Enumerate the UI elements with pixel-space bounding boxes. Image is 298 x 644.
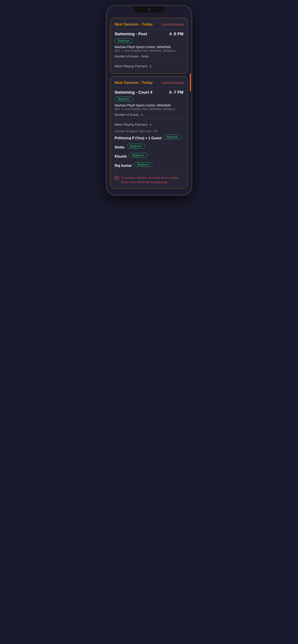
players-count: Number of players right now - 5/6 bbox=[115, 130, 183, 133]
card2-sport-title: Swimming - Court 4 bbox=[115, 90, 152, 95]
card2-meet-partners-label: Meet Playing Partners bbox=[115, 122, 148, 126]
card1-guest-info: Number of Guest - None bbox=[115, 54, 183, 58]
session-card-2: Next Session - Today Cancel Booking Swim… bbox=[110, 76, 188, 188]
info-icon: i bbox=[115, 176, 119, 180]
card2-header: Next Session - Today Cancel Booking bbox=[115, 80, 183, 85]
card1-cancel-booking[interactable]: Cancel Booking bbox=[162, 22, 183, 26]
phone-camera bbox=[148, 8, 150, 10]
card1-badge: Beginner bbox=[115, 38, 133, 43]
player-row-0: Prithiviraj P (You) + 1 Guest Beginner bbox=[115, 134, 183, 142]
card1-venue-name: Machaxi Play9 Sports Centre, Whitefield bbox=[115, 45, 183, 49]
card1-info-row: Swimming - Pool 4 -5 PM bbox=[115, 32, 183, 36]
card1-sport-title: Swimming - Pool bbox=[115, 32, 147, 36]
player-name-3: Raj kumar bbox=[115, 164, 132, 168]
card1-time: 4 -5 PM bbox=[169, 32, 183, 36]
cancel-notice-text: To cancel a session, you must do so at l… bbox=[121, 176, 183, 184]
card2-meet-partners-row[interactable]: Meet Playing Partners ∧ bbox=[115, 121, 183, 128]
player-name-0: Prithiviraj P (You) + 1 Guest bbox=[115, 136, 162, 140]
card2-chevron-up-icon: ∧ bbox=[149, 123, 152, 126]
card1-meet-partners-row[interactable]: Meet Playing Partners ∨ bbox=[115, 63, 183, 69]
players-section: Number of players right now - 5/6 Prithi… bbox=[115, 130, 183, 184]
card2-cancel-booking[interactable]: Cancel Booking bbox=[162, 81, 183, 84]
card2-session-title: Next Session - Today bbox=[115, 80, 153, 85]
card1-session-title: Next Session - Today bbox=[115, 22, 153, 26]
card2-venue-name: Machaxi Play9 Sports Centre, Whitefield bbox=[115, 104, 183, 107]
playing-level-bar[interactable]: Playing level ∧ bbox=[110, 191, 188, 194]
card2-divider-top bbox=[115, 88, 183, 88]
player-name-1: Smita bbox=[115, 145, 124, 149]
player-row-3: Raj kumar Beginner bbox=[115, 162, 183, 169]
card1-divider-top bbox=[115, 29, 183, 30]
session-card-1: Next Session - Today Cancel Booking Swim… bbox=[110, 18, 188, 74]
player-badge-2: Beginner bbox=[129, 153, 147, 158]
phone-frame: Next Session - Today Cancel Booking Swim… bbox=[105, 4, 193, 196]
card2-guest-info: Number of Guest - 1 bbox=[115, 113, 183, 116]
player-badge-3: Beginner bbox=[134, 162, 152, 167]
player-row-2: Khushi Beginner bbox=[115, 153, 183, 160]
player-badge-1: Beginner bbox=[127, 144, 145, 148]
card2-time: 6 -7 PM bbox=[169, 90, 183, 95]
player-name-2: Khushi bbox=[115, 154, 127, 158]
card2-info-row: Swimming - Court 4 6 -7 PM bbox=[115, 90, 183, 95]
card2-divider-mid bbox=[115, 119, 183, 119]
player-badge-0: Beginner bbox=[163, 134, 182, 139]
phone-content: Next Session - Today Cancel Booking Swim… bbox=[107, 6, 191, 194]
scrollbar-indicator bbox=[190, 73, 191, 91]
card2-badge: Beginner bbox=[115, 96, 133, 101]
card1-header: Next Session - Today Cancel Booking bbox=[115, 22, 183, 26]
cancel-notice: i To cancel a session, you must do so at… bbox=[115, 172, 183, 184]
player-row-1: Smita Beginner bbox=[115, 144, 183, 151]
card1-chevron-down-icon: ∨ bbox=[149, 64, 152, 68]
card1-meet-partners-label: Meet Playing Partners bbox=[115, 64, 148, 68]
card2-venue-address: 68/1, 1, near Parijatha Farm, Whitefield… bbox=[115, 108, 183, 111]
card1-venue-address: 68/1, 1, near Parijatha Farm, Whitefield… bbox=[115, 49, 183, 52]
